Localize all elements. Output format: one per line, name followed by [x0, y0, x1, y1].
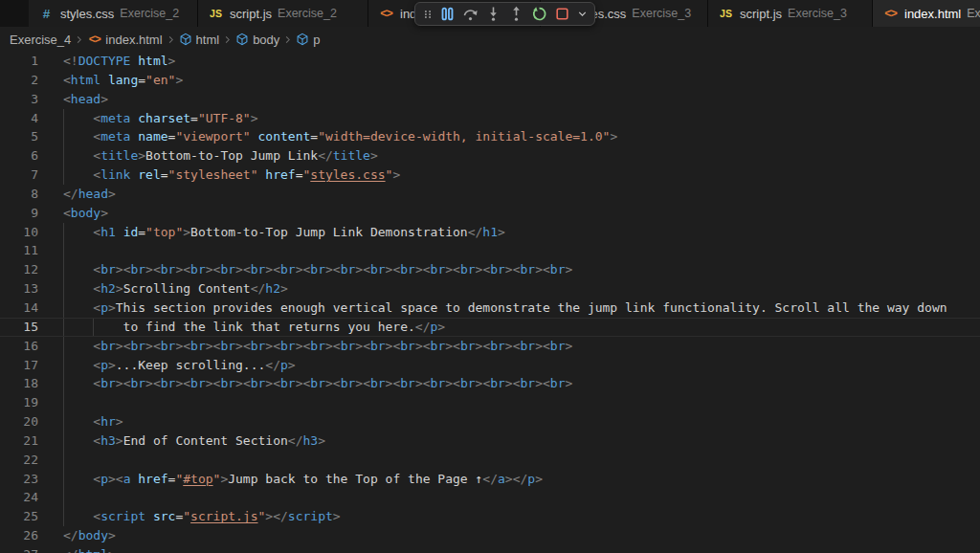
line-number[interactable]: 22 — [0, 451, 38, 470]
code-line-26[interactable]: 26</body> — [0, 526, 980, 545]
line-number[interactable]: 19 — [0, 393, 38, 412]
indent-guide — [63, 451, 64, 470]
code-line-2[interactable]: 2<html lang="en"> — [0, 71, 980, 90]
line-code: <head> — [63, 90, 108, 109]
debug-toolbar — [414, 2, 595, 26]
line-code: <br><br><br><br><br><br><br><br><br><br>… — [63, 260, 572, 279]
code-line-24[interactable]: 24 — [0, 488, 980, 507]
code-line-15[interactable]: 15 to find the link that returns you her… — [0, 318, 980, 337]
code-line-19[interactable]: 19 — [0, 393, 980, 412]
breadcrumb-label: index.html — [105, 33, 162, 47]
tab-filename: index.html — [904, 7, 961, 21]
line-number[interactable]: 10 — [0, 223, 38, 242]
line-number[interactable]: 14 — [0, 299, 38, 318]
indent-guide — [63, 393, 64, 412]
code-line-8[interactable]: 8</head> — [0, 185, 980, 204]
symbol-icon — [179, 33, 192, 46]
tab-folder: Exercise_3 — [788, 7, 847, 20]
code-line-1[interactable]: 1<!DOCTYPE html> — [0, 52, 980, 71]
tab-folder: Exercise_2 — [278, 7, 337, 20]
code-line-14[interactable]: 14 <p>This section provides enough verti… — [0, 299, 980, 318]
breadcrumb-item-p[interactable]: p — [296, 33, 320, 47]
breadcrumb-item-html[interactable]: html — [179, 33, 220, 47]
line-number[interactable]: 12 — [0, 260, 38, 279]
line-code: to find the link that returns you here.<… — [63, 318, 445, 337]
line-number[interactable]: 27 — [0, 545, 38, 553]
step-over-icon[interactable] — [459, 4, 480, 25]
code-line-4[interactable]: 4 <meta charset="UTF-8"> — [0, 109, 980, 128]
line-code: <title>Bottom-to-Top Jump Link</title> — [63, 146, 378, 166]
line-code: <p>This section provides enough vertical… — [63, 299, 947, 318]
line-code: <br><br><br><br><br><br><br><br><br><br>… — [63, 374, 572, 393]
stop-icon[interactable] — [551, 4, 572, 25]
pause-icon[interactable] — [436, 4, 457, 25]
line-code: <meta charset="UTF-8"> — [63, 109, 258, 128]
line-number[interactable]: 3 — [0, 90, 38, 109]
indent-guide — [63, 241, 64, 260]
line-number[interactable]: 11 — [0, 241, 38, 260]
code-line-17[interactable]: 17 <p>...Keep scrolling...</p> — [0, 356, 980, 375]
tab-styles-css-exercise_2[interactable]: #styles.cssExercise_2 — [29, 0, 198, 27]
tab-folder: Exercise_2 — [120, 7, 179, 20]
line-code: <p>...Keep scrolling...</p> — [63, 356, 296, 375]
indent-guide — [63, 488, 64, 507]
step-into-icon[interactable] — [482, 4, 503, 25]
line-code: </body> — [63, 526, 116, 545]
code-line-23[interactable]: 23 <p><a href="#top">Jump back to the To… — [0, 470, 980, 489]
line-number[interactable]: 13 — [0, 279, 38, 299]
tab-filename: script.js — [740, 7, 782, 21]
chevron-down-icon[interactable] — [574, 4, 590, 25]
breadcrumb-item-index-html[interactable]: <>index.html — [87, 33, 162, 47]
code-line-20[interactable]: 20 <hr> — [0, 412, 980, 431]
code-line-10[interactable]: 10 <h1 id="top">Bottom-to-Top Jump Link … — [0, 223, 980, 242]
line-number[interactable]: 17 — [0, 356, 38, 375]
line-number[interactable]: 5 — [0, 127, 38, 146]
tab-script-js-exercise_2[interactable]: JSscript.jsExercise_2 — [198, 0, 368, 27]
line-number[interactable]: 6 — [0, 146, 38, 166]
code-line-3[interactable]: 3<head> — [0, 90, 980, 109]
line-number[interactable]: 16 — [0, 337, 38, 356]
line-number[interactable]: 23 — [0, 470, 38, 489]
js-icon: JS — [208, 8, 224, 19]
line-number[interactable]: 15 — [0, 318, 38, 337]
line-number[interactable]: 7 — [0, 166, 38, 185]
step-out-icon[interactable] — [505, 4, 526, 25]
code-line-5[interactable]: 5 <meta name="viewport" content="width=d… — [0, 127, 980, 146]
tab-index-html-exercise_4[interactable]: <>index.htmlExercise_4 — [873, 0, 980, 27]
line-number[interactable]: 4 — [0, 109, 38, 128]
line-number[interactable]: 2 — [0, 71, 38, 90]
tab-script-js-exercise_3[interactable]: JSscript.jsExercise_3 — [708, 0, 873, 27]
js-icon: JS — [718, 8, 734, 19]
line-number[interactable]: 18 — [0, 374, 38, 393]
line-code: </head> — [63, 185, 116, 204]
code-line-6[interactable]: 6 <title>Bottom-to-Top Jump Link</title> — [0, 146, 980, 166]
code-line-22[interactable]: 22 — [0, 451, 980, 470]
restart-icon[interactable] — [528, 4, 549, 25]
line-number[interactable]: 21 — [0, 431, 38, 451]
code-line-27[interactable]: 27</html> — [0, 545, 980, 553]
line-code: <script src="script.js"></script> — [63, 507, 341, 526]
line-number[interactable]: 25 — [0, 507, 38, 526]
line-number[interactable]: 26 — [0, 526, 38, 545]
line-number[interactable]: 1 — [0, 52, 38, 71]
code-line-16[interactable]: 16 <br><br><br><br><br><br><br><br><br><… — [0, 337, 980, 356]
breadcrumb-label: Exercise_4 — [10, 33, 71, 47]
code-line-18[interactable]: 18 <br><br><br><br><br><br><br><br><br><… — [0, 374, 980, 393]
html-icon: <> — [378, 7, 394, 20]
code-line-25[interactable]: 25 <script src="script.js"></script> — [0, 507, 980, 526]
line-number[interactable]: 20 — [0, 412, 38, 431]
line-number[interactable]: 9 — [0, 204, 38, 223]
line-number[interactable]: 24 — [0, 488, 38, 507]
code-line-13[interactable]: 13 <h2>Scrolling Content</h2> — [0, 279, 980, 299]
line-number[interactable]: 8 — [0, 185, 38, 204]
code-line-21[interactable]: 21 <h3>End of Content Section</h3> — [0, 431, 980, 451]
code-line-7[interactable]: 7 <link rel="stylesheet" href="styles.cs… — [0, 166, 980, 185]
code-line-12[interactable]: 12 <br><br><br><br><br><br><br><br><br><… — [0, 260, 980, 279]
breadcrumb-item-exercise-4[interactable]: Exercise_4 — [10, 33, 71, 47]
tab-filename: script.js — [230, 7, 272, 21]
drag-handle-icon[interactable] — [420, 4, 434, 25]
code-editor[interactable]: 1<!DOCTYPE html>2<html lang="en">3<head>… — [0, 52, 980, 553]
code-line-9[interactable]: 9<body> — [0, 204, 980, 223]
code-line-11[interactable]: 11 — [0, 241, 980, 260]
breadcrumb-item-body[interactable]: body — [235, 33, 279, 47]
